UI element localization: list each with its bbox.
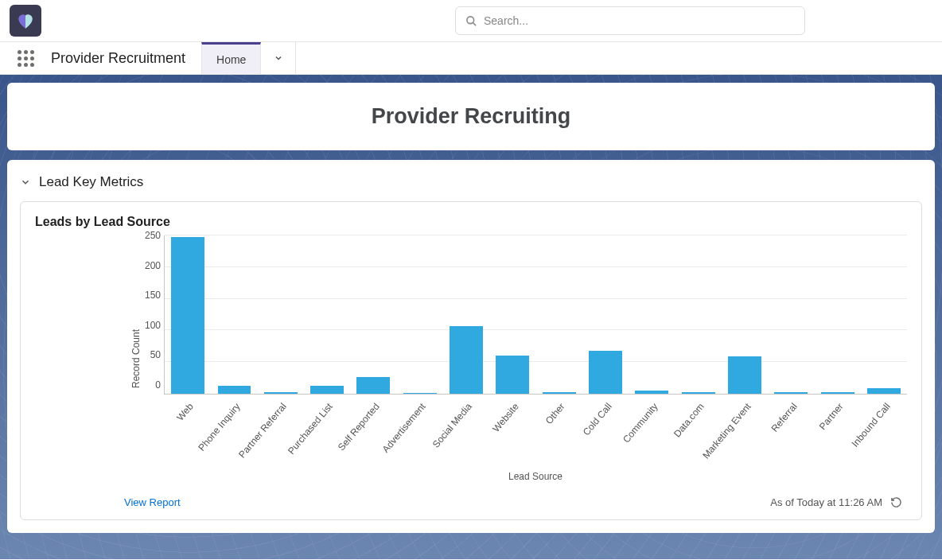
bar[interactable] — [310, 386, 344, 394]
app-logo[interactable] — [10, 5, 41, 37]
refresh-icon — [890, 496, 902, 508]
bar-slot — [489, 235, 535, 394]
search-input[interactable] — [484, 14, 795, 27]
search-icon — [465, 15, 477, 27]
x-axis-ticks: WebPhone InquiryPartner ReferralPurchase… — [164, 395, 907, 457]
y-axis-ticks: 250200150100500 — [145, 231, 164, 390]
bar-slot — [675, 235, 721, 394]
y-axis-label: Record Count — [130, 235, 142, 482]
bar[interactable] — [496, 356, 529, 394]
main-card: Lead Key Metrics Leads by Lead Source Re… — [7, 160, 935, 533]
bar-slot — [768, 235, 814, 394]
bar-slot — [165, 235, 211, 394]
view-report-link[interactable]: View Report — [124, 496, 181, 508]
chart-card: Leads by Lead Source Record Count 250200… — [20, 201, 922, 520]
heart-icon — [15, 10, 36, 31]
chart-title: Leads by Lead Source — [35, 215, 907, 229]
bar[interactable] — [543, 392, 576, 394]
tab-home[interactable]: Home — [201, 42, 261, 74]
nav-bar: Provider Recruitment Home — [0, 42, 942, 75]
chart-plot-area — [164, 235, 907, 395]
bar[interactable] — [774, 392, 808, 394]
bar[interactable] — [635, 391, 668, 394]
bar-slot — [350, 235, 396, 394]
bar-slot — [814, 235, 860, 394]
content-area: Provider Recruiting Lead Key Metrics Lea… — [0, 75, 942, 559]
app-name: Provider Recruitment — [41, 42, 201, 74]
x-tick: Web — [174, 401, 195, 423]
svg-line-1 — [473, 22, 476, 25]
bar[interactable] — [728, 356, 761, 394]
page-title-card: Provider Recruiting — [7, 83, 935, 150]
bar-slot — [304, 235, 350, 394]
y-tick: 150 — [145, 290, 161, 300]
waffle-icon — [18, 50, 34, 67]
x-tick: Other — [543, 401, 567, 426]
x-tick: Data.com — [671, 401, 706, 439]
page-title: Provider Recruiting — [372, 104, 571, 129]
bar-slot — [211, 235, 257, 394]
bar[interactable] — [867, 388, 901, 394]
bar-slot — [861, 235, 907, 394]
chevron-down-icon — [274, 53, 283, 63]
bar[interactable] — [356, 377, 390, 394]
bar-slot — [258, 235, 304, 394]
bar-slot — [629, 235, 675, 394]
bar-slot — [722, 235, 768, 394]
x-axis-label: Lead Source — [164, 471, 907, 482]
bar[interactable] — [682, 392, 715, 394]
chart-timestamp: As of Today at 11:26 AM — [770, 496, 882, 508]
x-tick: Partner — [817, 401, 846, 432]
chart-timestamp-area: As of Today at 11:26 AM — [770, 496, 902, 508]
refresh-button[interactable] — [890, 496, 902, 508]
bar[interactable] — [218, 386, 251, 394]
bar[interactable] — [403, 393, 437, 394]
section-title: Lead Key Metrics — [39, 174, 143, 190]
x-tick: Cold Call — [580, 401, 613, 438]
bar-slot — [582, 235, 629, 394]
y-tick: 250 — [145, 231, 161, 240]
y-tick: 200 — [145, 261, 161, 270]
search-box[interactable] — [455, 6, 805, 35]
bar[interactable] — [589, 351, 622, 394]
bar-slot — [397, 235, 443, 394]
bar[interactable] — [821, 392, 854, 394]
chart-footer: View Report As of Today at 11:26 AM — [35, 496, 907, 508]
y-tick: 0 — [145, 380, 161, 390]
bar[interactable] — [450, 326, 483, 394]
section-header[interactable]: Lead Key Metrics — [20, 174, 922, 190]
global-header — [0, 0, 942, 42]
y-tick: 50 — [145, 350, 161, 360]
bar-slot — [536, 235, 582, 394]
tab-dropdown[interactable] — [261, 42, 296, 74]
x-tick: Referral — [769, 401, 800, 434]
global-search — [455, 6, 805, 35]
y-tick: 100 — [145, 321, 161, 330]
bar-slot — [443, 235, 489, 394]
bar[interactable] — [171, 237, 204, 394]
bar[interactable] — [264, 392, 298, 394]
app-launcher[interactable] — [10, 42, 41, 74]
chart-body: Record Count 250200150100500 WebPhone In… — [35, 235, 907, 482]
svg-point-0 — [467, 16, 474, 23]
x-tick: Website — [490, 401, 520, 434]
chevron-down-icon — [20, 177, 31, 188]
